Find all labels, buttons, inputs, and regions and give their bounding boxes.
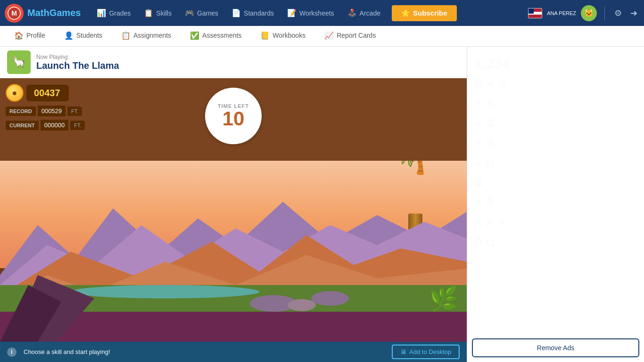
time-left-value: 10	[223, 109, 245, 129]
remove-ads-button[interactable]: Remove Ads	[472, 338, 639, 357]
logo[interactable]: M MathGames	[5, 4, 81, 23]
current-unit: FT.	[70, 121, 85, 130]
nav-students[interactable]: 👤 Students	[55, 26, 112, 47]
workbooks-icon: 📒	[260, 31, 270, 40]
record-row: RECORD 000529 FT.	[6, 106, 82, 116]
game-thumbnail: 🦙	[7, 50, 31, 74]
avatar[interactable]: 🐱	[581, 5, 597, 21]
current-value: 000000	[41, 120, 68, 131]
record-label: RECORD	[6, 107, 36, 116]
game-scene: 🌴	[0, 158, 467, 342]
assessments-icon: ✅	[190, 31, 199, 40]
score-value: 00437	[26, 85, 69, 101]
worksheets-icon: 📝	[287, 8, 297, 17]
flag-icon	[528, 8, 542, 18]
nav-skills[interactable]: 📋 Skills	[137, 0, 178, 26]
now-playing-label: Now Playing:	[36, 54, 119, 60]
nav-worksheets[interactable]: 📝 Worksheets	[281, 0, 341, 26]
current-row: CURRENT 000000 FT.	[6, 120, 85, 131]
record-value: 000529	[38, 106, 66, 116]
home-icon: 🏠	[14, 31, 24, 40]
divider	[604, 6, 605, 20]
arcade-icon: 🕹️	[347, 8, 357, 17]
students-icon: 👤	[64, 31, 74, 40]
grades-icon: 📊	[97, 8, 106, 17]
user-name: ANA PEREZ	[547, 10, 576, 16]
nav-report-cards[interactable]: 📈 Report Cards	[315, 26, 385, 47]
nav-standards[interactable]: 📄 Standards	[225, 0, 281, 26]
main-content: 🦙 Now Playing: Launch The Llama ● 00437 …	[0, 47, 644, 362]
svg-point-11	[311, 291, 349, 305]
svg-point-8	[71, 285, 259, 298]
nav-games[interactable]: 🎮 Games	[178, 0, 225, 26]
right-plant: 🌿	[429, 285, 467, 342]
current-label: CURRENT	[6, 121, 39, 130]
now-playing-bar: 🦙 Now Playing: Launch The Llama	[0, 47, 467, 78]
timer-circle: TIME LEFT 10	[205, 88, 262, 144]
star-icon: ⭐	[401, 9, 410, 17]
nav-profile[interactable]: 🏠 Profile	[5, 26, 55, 47]
nav-assignments[interactable]: 📋 Assignments	[112, 26, 181, 47]
game-info: Now Playing: Launch The Llama	[36, 54, 119, 71]
game-bottom-bar: i Choose a skill and start playing! 🖥 Ad…	[0, 342, 467, 362]
monitor-icon: 🖥	[400, 348, 406, 355]
report-cards-icon: 📈	[324, 31, 334, 40]
settings-icon[interactable]: ⚙	[612, 6, 624, 20]
logo-text: MathGames	[27, 8, 81, 18]
info-icon: i	[7, 347, 17, 357]
nav-grades[interactable]: 📊 Grades	[90, 0, 137, 26]
mountains-svg	[0, 158, 467, 342]
top-navigation: M MathGames 📊 Grades 📋 Skills 🎮 Games 📄 …	[0, 0, 644, 26]
game-canvas[interactable]: ● 00437 RECORD 000529 FT. CURRENT 000000…	[0, 78, 467, 342]
second-navigation: 🏠 Profile 👤 Students 📋 Assignments ✅ Ass…	[0, 26, 644, 47]
record-unit: FT.	[67, 107, 82, 116]
score-display: ● 00437	[6, 84, 69, 102]
logout-icon[interactable]: ➜	[628, 6, 639, 20]
add-to-desktop-button[interactable]: 🖥 Add to Desktop	[392, 345, 460, 359]
right-sidebar: 1,234 9 × 4 × × + 4 × 9 ÷ u 4 × 9 4 × × …	[467, 47, 644, 362]
sidebar-fade-overlay	[467, 47, 644, 362]
game-title: Launch The Llama	[36, 60, 119, 71]
nav-workbooks[interactable]: 📒 Workbooks	[251, 26, 315, 47]
nav-assessments[interactable]: ✅ Assessments	[181, 26, 251, 47]
choose-skill-text: Choose a skill and start playing!	[24, 348, 110, 355]
games-icon: 🎮	[185, 8, 194, 17]
coin-icon: ●	[6, 84, 24, 102]
logo-icon: M	[5, 4, 24, 23]
skills-icon: 📋	[144, 8, 153, 17]
game-area: 🦙 Now Playing: Launch The Llama ● 00437 …	[0, 47, 467, 362]
standards-icon: 📄	[231, 8, 241, 17]
assignments-icon: 📋	[121, 31, 131, 40]
svg-point-10	[288, 299, 316, 311]
nav-right-area: ANA PEREZ 🐱 ⚙ ➜	[528, 5, 639, 21]
svg-text:M: M	[11, 9, 17, 17]
nav-arcade[interactable]: 🕹️ Arcade	[341, 0, 387, 26]
subscribe-button[interactable]: ⭐ Subscribe	[392, 5, 457, 21]
